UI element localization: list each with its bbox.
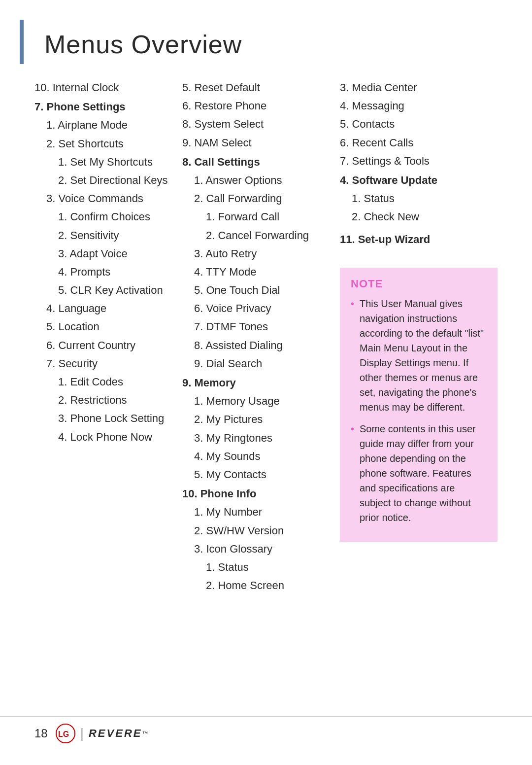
list-item: 1. Edit Codes [34, 373, 182, 390]
list-item: 1. Status [340, 190, 498, 207]
list-item: 9. Dial Search [182, 355, 340, 372]
list-item: 4. Lock Phone Now [34, 428, 182, 446]
list-item: 6. Current Country [34, 337, 182, 354]
list-item: 4. Language [34, 300, 182, 317]
list-item: 10. Internal Clock [34, 79, 182, 96]
list-item: 7. DTMF Tones [182, 318, 340, 335]
menu-list-right: 3. Media Center 4. Messaging 5. Contacts… [340, 79, 498, 248]
list-item: 5. Location [34, 318, 182, 335]
list-item: 8. System Select [182, 115, 340, 133]
list-item: 3. Icon Glossary [182, 540, 340, 557]
list-item: 3. My Ringtones [182, 429, 340, 447]
footer-logo: LG [56, 724, 75, 743]
list-item: 4. TTY Mode [182, 263, 340, 280]
list-item: 1. Airplane Mode [34, 116, 182, 134]
list-item: 3. Phone Lock Setting [34, 410, 182, 427]
list-item: 7. Settings & Tools [340, 152, 498, 170]
list-item: 6. Recent Calls [340, 134, 498, 151]
list-item: 5. Reset Default [182, 79, 340, 96]
content-columns: 10. Internal Clock 7. Phone Settings 1. … [34, 79, 498, 595]
list-item: 5. One Touch Dial [182, 281, 340, 299]
list-item: 6. Restore Phone [182, 97, 340, 114]
list-item: 2. My Pictures [182, 411, 340, 428]
note-list: This User Manual gives navigation instru… [351, 296, 487, 525]
list-item: 6. Voice Privacy [182, 300, 340, 317]
list-item: 4. Messaging [340, 97, 498, 114]
accent-bar [20, 20, 24, 64]
list-item: 1. Status [182, 558, 340, 576]
note-item-2: Some contents in this user guide may dif… [351, 421, 487, 525]
footer: 18 LG | REVERE ™ [0, 716, 532, 750]
list-item: 1. My Number [182, 503, 340, 521]
list-item: 8. Call Settings [182, 153, 340, 171]
list-item: 4. Software Update [340, 172, 498, 189]
list-item: 10. Phone Info [182, 485, 340, 502]
list-item: 8. Assisted Dialing [182, 337, 340, 354]
list-item: 11. Set-up Wizard [340, 231, 498, 248]
note-item-1: This User Manual gives navigation instru… [351, 296, 487, 415]
list-item: 3. Media Center [340, 79, 498, 96]
list-item: 9. NAM Select [182, 134, 340, 151]
page-title: Menus Overview [44, 30, 498, 59]
page-container: Menus Overview 10. Internal Clock 7. Pho… [0, 0, 532, 634]
list-item: 7. Security [34, 355, 182, 372]
menu-list-mid: 5. Reset Default 6. Restore Phone 8. Sys… [182, 79, 340, 594]
list-item: 1. Set My Shortcuts [34, 153, 182, 171]
list-item: 2. Set Directional Keys [34, 172, 182, 189]
list-item: 4. My Sounds [182, 448, 340, 465]
footer-separator: | [80, 726, 84, 741]
list-item: 2. Sensitivity [34, 227, 182, 244]
list-item: 7. Phone Settings [34, 98, 182, 115]
column-mid: 5. Reset Default 6. Restore Phone 8. Sys… [182, 79, 340, 595]
trademark-symbol: ™ [142, 730, 148, 737]
note-box: NOTE This User Manual gives navigation i… [340, 268, 498, 542]
list-item: 5. Contacts [340, 115, 498, 133]
footer-page-number: 18 [34, 727, 48, 740]
svg-text:LG: LG [58, 730, 69, 738]
list-item: 3. Auto Retry [182, 245, 340, 262]
list-item: 3. Voice Commands [34, 190, 182, 207]
list-item: 9. Memory [182, 374, 340, 391]
footer-model: REVERE [89, 727, 142, 740]
menu-list-left: 10. Internal Clock 7. Phone Settings 1. … [34, 79, 182, 446]
column-right: 3. Media Center 4. Messaging 5. Contacts… [340, 79, 498, 542]
list-item: 4. Prompts [34, 263, 182, 280]
list-item: 2. Check New [340, 208, 498, 225]
lg-logo-icon: LG [56, 724, 75, 743]
list-item: 1. Confirm Choices [34, 208, 182, 225]
list-item: 2. Set Shortcuts [34, 135, 182, 152]
list-item: 2. Restrictions [34, 391, 182, 409]
list-item: 1. Memory Usage [182, 392, 340, 410]
list-item: 1. Answer Options [182, 172, 340, 189]
list-item: 2. Home Screen [182, 577, 340, 594]
list-item: 2. Cancel Forwarding [182, 227, 340, 244]
list-item: 3. Adapt Voice [34, 245, 182, 262]
list-item: 1. Forward Call [182, 208, 340, 225]
list-item: 5. My Contacts [182, 466, 340, 483]
list-item: 5. CLR Key Activation [34, 281, 182, 299]
list-item: 2. Call Forwarding [182, 190, 340, 207]
list-item: 2. SW/HW Version [182, 522, 340, 539]
column-left: 10. Internal Clock 7. Phone Settings 1. … [34, 79, 182, 447]
note-label: NOTE [351, 278, 487, 290]
